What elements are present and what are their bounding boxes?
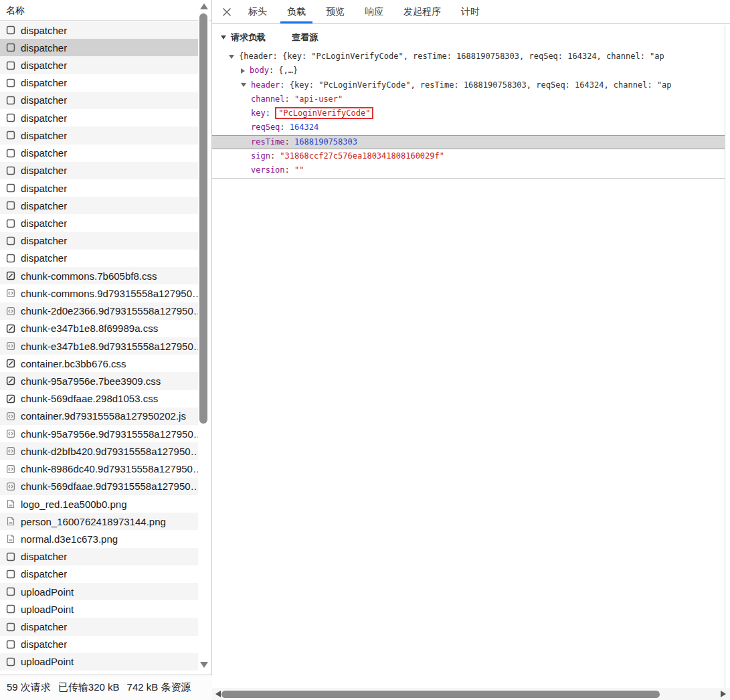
- document-icon: [6, 96, 15, 105]
- tree-node[interactable]: key: "PcLoginVerifyCode": [212, 106, 725, 120]
- request-name-label: chunk-2d0e2366.9d79315558a127950…: [21, 305, 198, 317]
- list-item[interactable]: chunk-95a7956e.9d79315558a127950…: [0, 425, 198, 442]
- request-name-label: chunk-d2bfb420.9d79315558a127950…: [21, 446, 198, 457]
- request-name-label: dispatcher: [21, 130, 67, 141]
- expanded-triangle-icon[interactable]: [241, 83, 246, 87]
- scrollbar-up-icon[interactable]: [200, 3, 208, 9]
- request-name-label: dispatcher: [21, 94, 67, 106]
- document-icon: [6, 604, 15, 614]
- list-item[interactable]: chunk-e347b1e8.8f69989a.css: [0, 320, 198, 337]
- document-icon: [6, 149, 15, 158]
- list-item[interactable]: chunk-569dfaae.298d1053.css: [0, 390, 198, 408]
- property-value: "api-user": [294, 94, 343, 104]
- document-icon: [6, 236, 15, 246]
- vertical-scrollbar[interactable]: [198, 0, 209, 675]
- list-item[interactable]: container.bc3bb676.css: [0, 355, 198, 372]
- list-item[interactable]: dispatcher: [0, 162, 198, 179]
- list-item[interactable]: uploadPoint: [0, 653, 198, 671]
- list-item[interactable]: dispatcher: [0, 250, 198, 267]
- horizontal-scrollbar[interactable]: [212, 688, 730, 700]
- list-item[interactable]: dispatcher: [0, 548, 198, 565]
- list-item[interactable]: dispatcher: [0, 232, 198, 250]
- tree-node[interactable]: body: {,…}: [212, 64, 725, 78]
- list-item[interactable]: dispatcher: [0, 126, 198, 144]
- view-source-button[interactable]: 查看源: [292, 31, 318, 43]
- property-value: "31868ccf27c576ea180341808160029f": [280, 151, 444, 161]
- request-name-label: container.9d79315558a127950202.js: [21, 410, 186, 422]
- close-button[interactable]: [212, 0, 242, 23]
- request-list: dispatcherdispatcherdispatcherdispatcher…: [0, 21, 198, 671]
- list-item[interactable]: normal.d3e1c673.png: [0, 530, 198, 547]
- object-preview: : {key: "PcLoginVerifyCode", resTime: 16…: [280, 80, 671, 90]
- tab-initiator[interactable]: 发起程序: [397, 0, 448, 23]
- list-item[interactable]: dispatcher: [0, 565, 198, 583]
- scrollbar-left-icon[interactable]: [215, 691, 221, 697]
- request-name-label: dispatcher: [21, 165, 67, 176]
- list-item[interactable]: dispatcher: [0, 214, 198, 232]
- request-name-label: logo_red.1ea500b0.png: [21, 499, 126, 510]
- list-item[interactable]: dispatcher: [0, 74, 198, 92]
- vertical-scrollbar-thumb[interactable]: [199, 13, 207, 424]
- request-count: 59 次请求: [7, 681, 51, 694]
- request-name-label: dispatcher: [21, 147, 67, 159]
- list-item[interactable]: chunk-8986dc40.9d79315558a127950…: [0, 460, 198, 477]
- resource-size: 742 kB 条资源: [127, 681, 191, 694]
- collapse-triangle-icon[interactable]: [221, 35, 226, 39]
- list-item[interactable]: chunk-95a7956e.7bee3909.css: [0, 372, 198, 389]
- tree-node[interactable]: channel: "api-user": [212, 92, 725, 106]
- list-item[interactable]: chunk-commons.7b605bf8.css: [0, 267, 198, 284]
- script-icon: [6, 341, 15, 351]
- list-item[interactable]: container.9d79315558a127950202.js: [0, 408, 198, 425]
- stylesheet-icon: [6, 324, 15, 333]
- tab-response[interactable]: 响应: [358, 0, 390, 23]
- list-item[interactable]: dispatcher: [0, 197, 198, 214]
- name-column-header[interactable]: 名称: [0, 0, 211, 21]
- tree-node[interactable]: version: "": [212, 163, 725, 177]
- list-item[interactable]: dispatcher: [0, 179, 198, 197]
- list-item[interactable]: dispatcher: [0, 145, 198, 162]
- transferred-size: 已传输320 kB: [58, 681, 120, 694]
- list-item[interactable]: dispatcher: [0, 109, 198, 126]
- scrollbar-down-icon[interactable]: [200, 662, 208, 668]
- document-icon: [6, 657, 15, 667]
- request-name-label: chunk-569dfaae.298d1053.css: [21, 393, 158, 404]
- collapsed-triangle-icon[interactable]: [241, 68, 245, 74]
- list-item[interactable]: uploadPoint: [0, 600, 198, 618]
- list-item[interactable]: chunk-d2bfb420.9d79315558a127950…: [0, 442, 198, 460]
- list-item[interactable]: chunk-commons.9d79315558a127950…: [0, 284, 198, 302]
- image-icon: [6, 517, 15, 526]
- tree-node[interactable]: sign: "31868ccf27c576ea180341808160029f": [212, 149, 725, 163]
- document-icon: [6, 640, 15, 649]
- scrollbar-right-icon[interactable]: [721, 691, 726, 697]
- list-item[interactable]: dispatcher: [0, 21, 198, 39]
- object-preview: {,…}: [278, 66, 298, 75]
- script-icon: [6, 482, 15, 491]
- tree-node[interactable]: {header: {key: "PcLoginVerifyCode", resT…: [212, 50, 725, 64]
- horizontal-scrollbar-thumb[interactable]: [221, 691, 660, 698]
- list-item[interactable]: person_1600762418973144.png: [0, 513, 198, 530]
- list-item[interactable]: dispatcher: [0, 39, 198, 56]
- list-item[interactable]: dispatcher: [0, 618, 198, 635]
- list-item[interactable]: chunk-2d0e2366.9d79315558a127950…: [0, 302, 198, 320]
- tab-headers[interactable]: 标头: [242, 0, 274, 23]
- property-key: resTime: [251, 137, 285, 147]
- tab-timing[interactable]: 计时: [454, 0, 486, 23]
- list-item[interactable]: chunk-569dfaae.9d79315558a127950…: [0, 478, 198, 495]
- expanded-triangle-icon[interactable]: [229, 55, 234, 59]
- list-item[interactable]: dispatcher: [0, 92, 198, 109]
- request-name-label: dispatcher: [21, 551, 67, 562]
- list-item[interactable]: dispatcher: [0, 56, 198, 74]
- selected-property-row[interactable]: resTime: 1688190758303: [212, 135, 725, 149]
- list-item[interactable]: uploadPoint: [0, 583, 198, 600]
- tab-payload[interactable]: 负载: [280, 0, 312, 23]
- document-icon: [6, 201, 15, 210]
- list-item[interactable]: logo_red.1ea500b0.png: [0, 495, 198, 513]
- list-item[interactable]: chunk-e347b1e8.9d79315558a127950…: [0, 337, 198, 355]
- request-name-label: dispatcher: [21, 235, 67, 246]
- tree-node[interactable]: header: {key: "PcLoginVerifyCode", resTi…: [212, 78, 725, 92]
- tab-preview[interactable]: 预览: [319, 0, 351, 23]
- tree-node[interactable]: reqSeq: 164324: [212, 120, 725, 135]
- devtools-network-panel: 名称 dispatcherdispatcherdispatcherdispatc…: [0, 0, 730, 700]
- request-payload-title[interactable]: 请求负载: [231, 31, 266, 43]
- list-item[interactable]: dispatcher: [0, 636, 198, 653]
